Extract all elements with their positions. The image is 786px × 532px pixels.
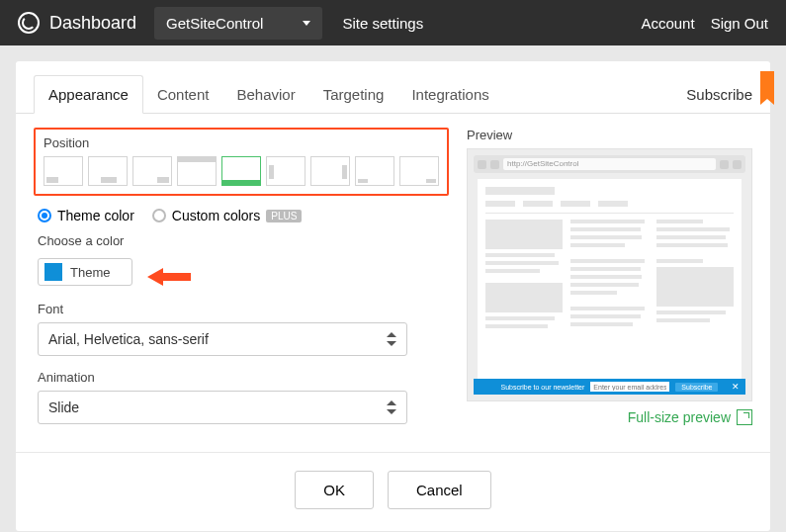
mock-page — [478, 179, 742, 379]
custom-colors-label: Custom colors — [172, 208, 260, 223]
custom-colors-radio[interactable]: Custom colors PLUS — [152, 208, 303, 223]
position-option-9[interactable] — [399, 156, 439, 186]
animation-select[interactable]: Slide — [38, 391, 407, 424]
nav-back-icon — [478, 160, 486, 169]
position-option-2[interactable] — [88, 156, 128, 186]
bar-subscribe-button: Subscribe — [675, 383, 718, 392]
full-size-label: Full-size preview — [628, 409, 731, 425]
preview-widget-bar: Subscribe to our newsletter Subscribe ✕ — [474, 379, 745, 395]
theme-color-button[interactable]: Theme — [38, 258, 132, 286]
font-value: Arial, Helvetica, sans-serif — [48, 331, 209, 347]
tab-content[interactable]: Content — [143, 76, 223, 113]
theme-color-radio[interactable]: Theme color — [38, 208, 134, 223]
site-settings-link[interactable]: Site settings — [342, 15, 423, 32]
theme-color-label: Theme color — [57, 208, 134, 223]
nav-menu-icon — [733, 160, 742, 169]
tab-behavior[interactable]: Behavior — [222, 76, 308, 113]
logo-icon — [18, 12, 40, 34]
animation-value: Slide — [48, 399, 79, 415]
position-option-3[interactable] — [132, 156, 172, 186]
position-option-7[interactable] — [310, 156, 350, 186]
animation-label: Animation — [38, 370, 449, 385]
plus-badge: PLUS — [266, 210, 302, 222]
position-option-5[interactable] — [221, 156, 261, 186]
select-arrows-icon — [387, 400, 396, 414]
full-size-preview-link[interactable]: Full-size preview — [467, 409, 752, 425]
bar-text: Subscribe to our newsletter — [501, 384, 585, 391]
color-swatch-icon — [44, 263, 62, 281]
bar-email-input — [590, 382, 669, 392]
ok-button[interactable]: OK — [295, 471, 374, 509]
radio-on-icon — [38, 209, 51, 222]
position-label: Position — [44, 135, 439, 150]
tab-appearance[interactable]: Appearance — [34, 75, 143, 114]
expand-icon — [737, 409, 752, 425]
position-option-8[interactable] — [355, 156, 394, 186]
position-option-4[interactable] — [177, 156, 217, 186]
font-select[interactable]: Arial, Helvetica, sans-serif — [38, 322, 407, 356]
radio-off-icon — [152, 209, 166, 222]
brand-title: Dashboard — [49, 13, 136, 34]
sign-out-link[interactable]: Sign Out — [711, 15, 768, 32]
tab-integrations[interactable]: Integrations — [397, 76, 502, 113]
font-label: Font — [38, 302, 449, 316]
preview-label: Preview — [467, 128, 752, 142]
svg-marker-0 — [147, 268, 191, 286]
preview-url: http://GetSiteControl — [503, 158, 716, 170]
account-link[interactable]: Account — [641, 15, 694, 32]
pointer-arrow-icon — [147, 266, 191, 288]
preview-pane: http://GetSiteControl — [467, 148, 752, 401]
bar-close-icon: ✕ — [732, 382, 740, 392]
caret-down-icon — [303, 21, 310, 26]
site-selector-label: GetSiteControl — [166, 15, 263, 32]
select-arrows-icon — [387, 332, 396, 346]
cancel-button[interactable]: Cancel — [388, 471, 491, 509]
nav-fwd-icon — [490, 160, 499, 169]
position-option-1[interactable] — [44, 156, 83, 186]
tab-targeting[interactable]: Targeting — [309, 76, 398, 113]
theme-button-label: Theme — [70, 265, 110, 280]
nav-reload-icon — [720, 160, 729, 169]
position-section: Position — [34, 128, 449, 196]
choose-color-label: Choose a color — [38, 233, 449, 248]
position-option-6[interactable] — [266, 156, 306, 186]
site-selector[interactable]: GetSiteControl — [154, 7, 322, 40]
subscribe-link[interactable]: Subscribe — [686, 86, 752, 103]
